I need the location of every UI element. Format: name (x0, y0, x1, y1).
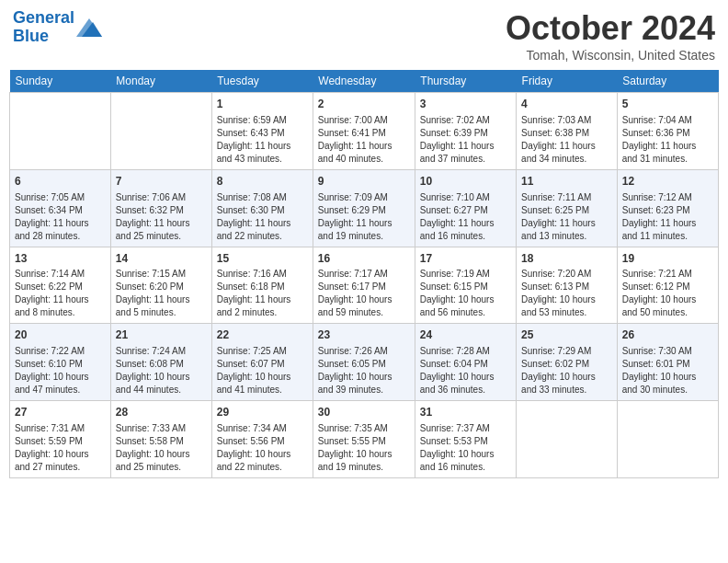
calendar-cell: 26Sunrise: 7:30 AMSunset: 6:01 PMDayligh… (617, 324, 718, 401)
day-number: 26 (622, 327, 713, 343)
calendar-cell: 13Sunrise: 7:14 AMSunset: 6:22 PMDayligh… (10, 247, 111, 324)
calendar-cell (617, 401, 718, 478)
calendar-cell: 1Sunrise: 6:59 AMSunset: 6:43 PMDaylight… (211, 93, 313, 170)
calendar-table: SundayMondayTuesdayWednesdayThursdayFrid… (9, 70, 719, 478)
day-number: 17 (420, 251, 511, 267)
calendar-week-row: 27Sunrise: 7:31 AMSunset: 5:59 PMDayligh… (10, 401, 719, 478)
day-number: 18 (521, 251, 612, 267)
day-number: 7 (116, 174, 207, 190)
calendar-cell: 19Sunrise: 7:21 AMSunset: 6:12 PMDayligh… (617, 247, 718, 324)
day-number: 29 (217, 405, 308, 420)
calendar-cell: 24Sunrise: 7:28 AMSunset: 6:04 PMDayligh… (415, 324, 516, 401)
weekday-header: Sunday (10, 70, 111, 93)
calendar-cell: 17Sunrise: 7:19 AMSunset: 6:15 PMDayligh… (415, 247, 516, 324)
calendar-cell: 7Sunrise: 7:06 AMSunset: 6:32 PMDaylight… (110, 169, 211, 247)
day-number: 1 (217, 97, 308, 112)
weekday-header: Wednesday (313, 70, 415, 93)
calendar-cell (517, 401, 618, 478)
calendar-cell: 9Sunrise: 7:09 AMSunset: 6:29 PMDaylight… (313, 169, 415, 247)
calendar-cell: 14Sunrise: 7:15 AMSunset: 6:20 PMDayligh… (110, 247, 211, 324)
calendar-cell: 28Sunrise: 7:33 AMSunset: 5:58 PMDayligh… (110, 401, 211, 478)
weekday-header: Friday (517, 70, 618, 93)
calendar-cell: 12Sunrise: 7:12 AMSunset: 6:23 PMDayligh… (617, 169, 718, 247)
calendar-header: SundayMondayTuesdayWednesdayThursdayFrid… (10, 70, 719, 93)
calendar-cell: 25Sunrise: 7:29 AMSunset: 6:02 PMDayligh… (517, 324, 618, 401)
day-number: 5 (622, 97, 713, 112)
logo-general: General (13, 8, 74, 27)
header-row: SundayMondayTuesdayWednesdayThursdayFrid… (10, 70, 719, 93)
month-title: October 2024 (506, 9, 715, 48)
day-number: 8 (217, 174, 308, 190)
calendar-cell: 6Sunrise: 7:05 AMSunset: 6:34 PMDaylight… (10, 169, 111, 247)
calendar-cell: 8Sunrise: 7:08 AMSunset: 6:30 PMDaylight… (211, 169, 313, 247)
day-number: 4 (521, 97, 612, 112)
day-number: 31 (420, 405, 511, 420)
calendar-cell: 22Sunrise: 7:25 AMSunset: 6:07 PMDayligh… (211, 324, 313, 401)
calendar-cell: 11Sunrise: 7:11 AMSunset: 6:25 PMDayligh… (517, 169, 618, 247)
day-number: 16 (318, 251, 410, 267)
title-block: October 2024 Tomah, Wisconsin, United St… (506, 9, 715, 63)
day-number: 25 (521, 327, 612, 343)
day-number: 12 (622, 174, 713, 190)
day-number: 22 (217, 327, 308, 343)
day-number: 20 (15, 327, 106, 343)
calendar-cell: 10Sunrise: 7:10 AMSunset: 6:27 PMDayligh… (415, 169, 516, 247)
day-number: 11 (521, 174, 612, 190)
logo: General Blue (13, 9, 102, 46)
day-number: 19 (622, 251, 713, 267)
calendar-cell: 2Sunrise: 7:00 AMSunset: 6:41 PMDaylight… (313, 93, 415, 170)
day-number: 3 (420, 97, 511, 112)
calendar-cell: 18Sunrise: 7:20 AMSunset: 6:13 PMDayligh… (517, 247, 618, 324)
logo-icon (76, 18, 102, 37)
calendar-cell: 29Sunrise: 7:34 AMSunset: 5:56 PMDayligh… (211, 401, 313, 478)
day-number: 27 (15, 405, 106, 420)
weekday-header: Thursday (415, 70, 516, 93)
calendar-body: 1Sunrise: 6:59 AMSunset: 6:43 PMDaylight… (10, 93, 719, 478)
logo-text: General Blue (13, 9, 74, 46)
day-number: 28 (116, 405, 207, 420)
weekday-header: Monday (110, 70, 211, 93)
calendar-cell: 27Sunrise: 7:31 AMSunset: 5:59 PMDayligh… (10, 401, 111, 478)
calendar-week-row: 20Sunrise: 7:22 AMSunset: 6:10 PMDayligh… (10, 324, 719, 401)
calendar-cell: 4Sunrise: 7:03 AMSunset: 6:38 PMDaylight… (517, 93, 618, 170)
day-number: 10 (420, 174, 511, 190)
calendar-cell: 3Sunrise: 7:02 AMSunset: 6:39 PMDaylight… (415, 93, 516, 170)
location-text: Tomah, Wisconsin, United States (506, 48, 715, 63)
calendar-cell: 20Sunrise: 7:22 AMSunset: 6:10 PMDayligh… (10, 324, 111, 401)
day-number: 23 (318, 327, 410, 343)
day-number: 21 (116, 327, 207, 343)
calendar-cell: 16Sunrise: 7:17 AMSunset: 6:17 PMDayligh… (313, 247, 415, 324)
calendar-cell: 5Sunrise: 7:04 AMSunset: 6:36 PMDaylight… (617, 93, 718, 170)
day-number: 6 (15, 174, 106, 190)
day-number: 2 (318, 97, 410, 112)
calendar-cell: 23Sunrise: 7:26 AMSunset: 6:05 PMDayligh… (313, 324, 415, 401)
weekday-header: Tuesday (211, 70, 313, 93)
day-number: 9 (318, 174, 410, 190)
logo-blue: Blue (13, 27, 49, 45)
calendar-week-row: 6Sunrise: 7:05 AMSunset: 6:34 PMDaylight… (10, 169, 719, 247)
calendar-cell: 30Sunrise: 7:35 AMSunset: 5:55 PMDayligh… (313, 401, 415, 478)
calendar-week-row: 13Sunrise: 7:14 AMSunset: 6:22 PMDayligh… (10, 247, 719, 324)
day-number: 30 (318, 405, 410, 420)
day-number: 14 (116, 251, 207, 267)
calendar-cell (110, 93, 211, 170)
page-header: General Blue October 2024 Tomah, Wiscons… (9, 9, 719, 63)
calendar-cell: 15Sunrise: 7:16 AMSunset: 6:18 PMDayligh… (211, 247, 313, 324)
day-number: 15 (217, 251, 308, 267)
calendar-week-row: 1Sunrise: 6:59 AMSunset: 6:43 PMDaylight… (10, 93, 719, 170)
calendar-cell: 21Sunrise: 7:24 AMSunset: 6:08 PMDayligh… (110, 324, 211, 401)
weekday-header: Saturday (617, 70, 718, 93)
calendar-cell (10, 93, 111, 170)
day-number: 13 (15, 251, 106, 267)
day-number: 24 (420, 327, 511, 343)
calendar-cell: 31Sunrise: 7:37 AMSunset: 5:53 PMDayligh… (415, 401, 516, 478)
